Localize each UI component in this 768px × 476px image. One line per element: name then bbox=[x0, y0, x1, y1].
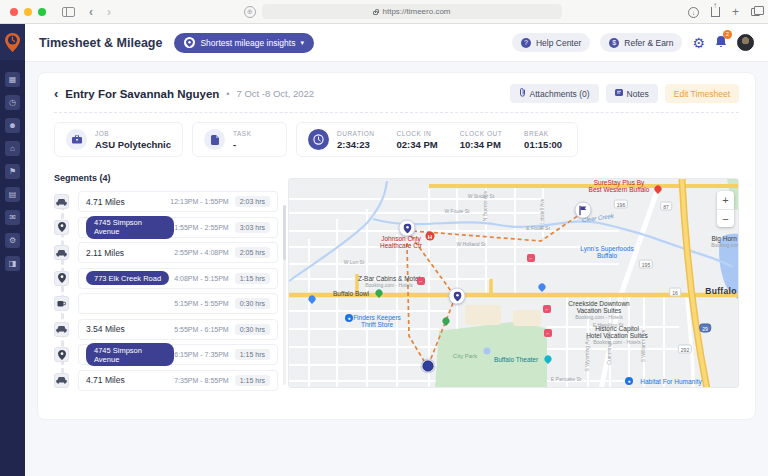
segment-row[interactable]: 5:15PM - 5:55PM0:30 hrs bbox=[54, 293, 278, 314]
segment-row[interactable]: 4745 Simpson Avenue1:55PM - 2:55PM3:03 h… bbox=[54, 217, 278, 238]
back-icon[interactable]: ‹ bbox=[89, 6, 93, 18]
map-marker-bed[interactable]: ⌐ bbox=[544, 329, 552, 337]
sidebar-item-reports[interactable]: ▤ bbox=[5, 187, 20, 202]
sidebar-item-jobs[interactable]: ⌂ bbox=[5, 141, 20, 156]
segment-time: 5:15PM - 5:55PM bbox=[174, 300, 228, 307]
poi-info-icon: ● bbox=[345, 314, 353, 322]
break-icon-wrap bbox=[54, 296, 69, 311]
gear-icon[interactable]: ⚙ bbox=[692, 35, 705, 51]
teal-poi-pin bbox=[543, 354, 553, 364]
segment-row[interactable]: 4.71 Miles7:35PM - 8:55PM1:15 hrs bbox=[54, 370, 278, 391]
segments-title: Segments (4) bbox=[54, 173, 278, 183]
segment-hours-chip: 0:30 hrs bbox=[235, 324, 270, 335]
map-marker-bed[interactable]: ⌐ bbox=[543, 305, 551, 313]
map-marker-end-dot[interactable] bbox=[423, 361, 434, 372]
edit-timesheet-label: Edit Timesheet bbox=[674, 89, 730, 99]
close-window-button[interactable] bbox=[10, 8, 18, 16]
help-center-button[interactable]: ? Help Center bbox=[512, 33, 590, 52]
address-bar[interactable]: https://timeero.com bbox=[262, 4, 562, 19]
edit-timesheet-button[interactable]: Edit Timesheet bbox=[665, 84, 739, 103]
segment-row[interactable]: 3.54 Miles5:55PM - 6:15PM0:30 hrs bbox=[54, 319, 278, 340]
downloads-icon[interactable]: ↓ bbox=[688, 7, 699, 18]
segments-scrollbar[interactable] bbox=[283, 205, 286, 385]
map-marker-finish-flag[interactable] bbox=[575, 202, 592, 219]
map-marker-pin-teal[interactable] bbox=[545, 356, 552, 363]
segment-hours-chip: 2:05 hrs bbox=[235, 247, 270, 258]
map-marker-pin-red[interactable] bbox=[655, 186, 662, 193]
sidebar-item-schedule[interactable]: ◷ bbox=[5, 95, 20, 110]
tab-overview-icon[interactable] bbox=[751, 8, 760, 16]
sidebar-item-mileage[interactable]: ⚑ bbox=[5, 164, 20, 179]
map-label: Booking.com - Hotels bbox=[575, 315, 623, 321]
clock-in-label: CLOCK IN bbox=[397, 130, 438, 137]
map-marker-pin-green[interactable] bbox=[443, 318, 450, 325]
map-marker-info-blue[interactable]: ● bbox=[625, 377, 633, 385]
map-marker-stop-pin[interactable] bbox=[399, 220, 416, 237]
green-poi-pin bbox=[374, 288, 384, 298]
notifications-bell-icon[interactable]: 2 bbox=[715, 34, 727, 52]
blue-poi-pin bbox=[537, 282, 547, 292]
minimize-window-button[interactable] bbox=[24, 8, 32, 16]
map-label: N Buente Ave bbox=[483, 191, 489, 222]
map-label: Z-Bar Cabins & Motel bbox=[358, 275, 420, 282]
user-avatar[interactable] bbox=[737, 34, 754, 51]
car-icon bbox=[56, 249, 67, 257]
page-settings-icon[interactable]: ⊕ bbox=[244, 6, 256, 18]
sidebar-item-team[interactable]: ☻ bbox=[5, 118, 20, 133]
hotel-bed-icon: ⌐ bbox=[417, 277, 425, 285]
browser-sidebar-icon[interactable] bbox=[62, 7, 75, 17]
sidebar-item-settings[interactable]: ⚙ bbox=[5, 233, 20, 248]
segment-row[interactable]: 4745 Simpson Avenue6:15PM - 7:35PM1:15 h… bbox=[54, 344, 278, 365]
map-label: S Wyoming Ave bbox=[585, 336, 591, 371]
back-chevron-icon[interactable]: ‹ bbox=[54, 87, 58, 100]
segment-row[interactable]: 2.11 Miles2:55PM - 4:08PM2:05 hrs bbox=[54, 242, 278, 263]
map-label: Big Horn Motel bbox=[712, 235, 740, 242]
map-marker-info-blue[interactable]: ● bbox=[345, 314, 353, 322]
segment-row[interactable]: 4.71 Miles12:13PM - 1:55PM2:03 hrs bbox=[54, 191, 278, 212]
sidebar-item-messages[interactable]: ✉ bbox=[5, 210, 20, 225]
stop-icon-wrap bbox=[54, 220, 69, 235]
route-shield: 87 bbox=[660, 202, 672, 211]
insights-button-label: Shortest mileage insights bbox=[200, 38, 295, 48]
hospital-icon: H bbox=[426, 232, 435, 241]
map-label: E Foute St bbox=[526, 226, 550, 232]
pin-icon bbox=[184, 37, 195, 48]
job-card: JOB ASU Polytechnic bbox=[54, 122, 183, 157]
forward-icon[interactable]: › bbox=[107, 6, 111, 18]
task-value: - bbox=[233, 139, 252, 150]
timeero-logo[interactable] bbox=[0, 24, 25, 60]
lock-icon bbox=[373, 11, 378, 15]
page-title: Timesheet & Mileage bbox=[39, 36, 162, 50]
new-tab-icon[interactable]: + bbox=[732, 5, 739, 19]
map-marker-bed[interactable]: ⌐ bbox=[417, 277, 425, 285]
map-marker-pin-green[interactable] bbox=[376, 290, 383, 297]
logo-pin-icon bbox=[5, 33, 20, 52]
refer-earn-button[interactable]: $ Refer & Earn bbox=[600, 33, 682, 52]
map-marker-stop-pin[interactable] bbox=[449, 288, 466, 305]
map[interactable]: SureStay Plus ByBest Western BuffaloJohn… bbox=[288, 178, 739, 388]
map-marker-pin-blue[interactable] bbox=[309, 296, 316, 303]
shortest-mileage-insights-button[interactable]: Shortest mileage insights ▾ bbox=[174, 33, 313, 53]
hotel-bed-icon: ⌐ bbox=[543, 305, 551, 313]
car-icon bbox=[56, 376, 67, 384]
zoom-out-button[interactable]: − bbox=[717, 209, 734, 227]
segment-hours-chip: 0:30 hrs bbox=[235, 298, 270, 309]
map-marker-bed[interactable]: ⌐ bbox=[527, 254, 535, 262]
segment-row[interactable]: 773 Elk Creek Road4:08PM - 5:15PM1:15 hr… bbox=[54, 268, 278, 289]
map-marker-hospital[interactable]: H bbox=[426, 232, 435, 241]
map-label: City Park bbox=[453, 353, 477, 360]
map-label: E Pancake St bbox=[551, 377, 581, 383]
map-marker-pin-blue[interactable] bbox=[539, 284, 546, 291]
zoom-window-button[interactable] bbox=[38, 8, 46, 16]
share-icon[interactable] bbox=[711, 7, 720, 17]
sidebar-item-dashboard[interactable]: ▦ bbox=[5, 72, 20, 87]
zoom-in-button[interactable]: + bbox=[717, 191, 734, 209]
attachments-button[interactable]: Attachments (0) bbox=[510, 84, 599, 103]
entry-date: 7 Oct -8 Oct, 2022 bbox=[237, 88, 315, 99]
window-controls bbox=[10, 8, 46, 16]
sidebar-item-support[interactable]: ◨ bbox=[5, 256, 20, 271]
notes-button[interactable]: Notes bbox=[606, 84, 658, 103]
map-label: W Lun St bbox=[344, 260, 365, 266]
segment-label: 4.71 Miles bbox=[86, 197, 125, 207]
drive-icon-wrap bbox=[54, 245, 69, 260]
